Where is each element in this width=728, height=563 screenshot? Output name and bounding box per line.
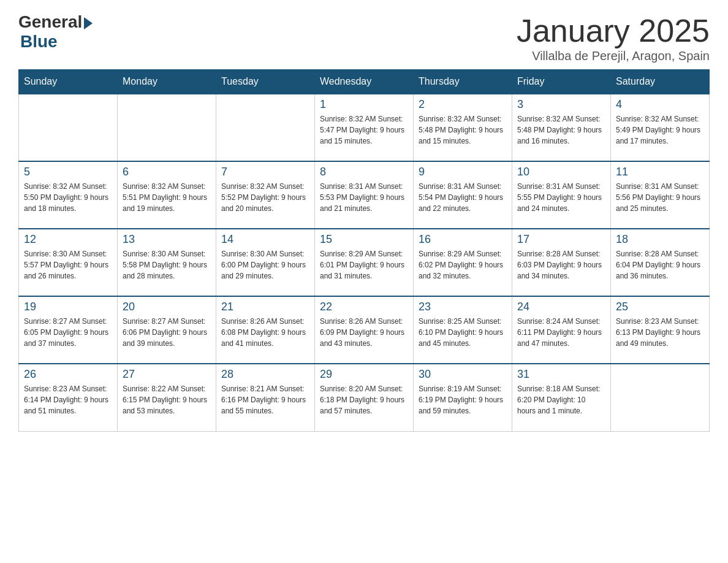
calendar-cell (611, 364, 710, 431)
day-info: Sunrise: 8:32 AM Sunset: 5:51 PM Dayligh… (123, 181, 211, 214)
day-number: 10 (517, 166, 605, 178)
day-info: Sunrise: 8:31 AM Sunset: 5:56 PM Dayligh… (616, 181, 704, 214)
week-row-4: 19Sunrise: 8:27 AM Sunset: 6:05 PM Dayli… (19, 296, 710, 364)
day-number: 15 (320, 233, 408, 246)
day-info: Sunrise: 8:21 AM Sunset: 6:16 PM Dayligh… (221, 383, 309, 416)
day-number: 24 (517, 301, 605, 313)
week-row-1: 1Sunrise: 8:32 AM Sunset: 5:47 PM Daylig… (19, 94, 710, 161)
logo-arrow-icon (84, 17, 93, 29)
day-info: Sunrise: 8:18 AM Sunset: 6:20 PM Dayligh… (517, 383, 605, 416)
calendar-cell: 13Sunrise: 8:30 AM Sunset: 5:58 PM Dayli… (118, 229, 216, 296)
calendar-cell: 20Sunrise: 8:27 AM Sunset: 6:06 PM Dayli… (118, 296, 216, 364)
day-number: 2 (419, 98, 507, 111)
day-info: Sunrise: 8:32 AM Sunset: 5:49 PM Dayligh… (616, 113, 704, 147)
day-number: 19 (24, 301, 112, 313)
day-number: 31 (517, 368, 605, 381)
day-info: Sunrise: 8:23 AM Sunset: 6:14 PM Dayligh… (24, 383, 112, 416)
week-row-2: 5Sunrise: 8:32 AM Sunset: 5:50 PM Daylig… (19, 161, 710, 229)
calendar-cell: 19Sunrise: 8:27 AM Sunset: 6:05 PM Dayli… (19, 296, 118, 364)
day-info: Sunrise: 8:30 AM Sunset: 5:58 PM Dayligh… (123, 248, 211, 282)
day-info: Sunrise: 8:23 AM Sunset: 6:13 PM Dayligh… (616, 316, 704, 349)
calendar-cell: 29Sunrise: 8:20 AM Sunset: 6:18 PM Dayli… (315, 364, 414, 431)
day-number: 29 (320, 368, 408, 381)
title-section: January 2025 Villalba de Perejil, Aragon… (517, 12, 710, 63)
calendar-cell: 21Sunrise: 8:26 AM Sunset: 6:08 PM Dayli… (216, 296, 315, 364)
calendar-cell (19, 94, 118, 161)
day-info: Sunrise: 8:32 AM Sunset: 5:48 PM Dayligh… (419, 113, 507, 147)
calendar-table: SundayMondayTuesdayWednesdayThursdayFrid… (18, 69, 710, 432)
day-info: Sunrise: 8:27 AM Sunset: 6:06 PM Dayligh… (123, 316, 211, 349)
calendar-cell: 22Sunrise: 8:26 AM Sunset: 6:09 PM Dayli… (315, 296, 414, 364)
calendar-cell: 26Sunrise: 8:23 AM Sunset: 6:14 PM Dayli… (19, 364, 118, 431)
day-number: 6 (123, 166, 211, 178)
day-number: 22 (320, 301, 408, 313)
day-number: 3 (517, 98, 605, 111)
weekday-header-monday: Monday (118, 70, 216, 94)
day-info: Sunrise: 8:30 AM Sunset: 6:00 PM Dayligh… (221, 248, 309, 282)
day-number: 28 (221, 368, 309, 381)
day-number: 8 (320, 166, 408, 178)
logo-blue-text: Blue (20, 32, 58, 52)
calendar-cell: 16Sunrise: 8:29 AM Sunset: 6:02 PM Dayli… (414, 229, 512, 296)
day-info: Sunrise: 8:32 AM Sunset: 5:50 PM Dayligh… (24, 181, 112, 214)
day-number: 5 (24, 166, 112, 178)
day-info: Sunrise: 8:31 AM Sunset: 5:55 PM Dayligh… (517, 181, 605, 214)
page-header: General Blue January 2025 Villalba de Pe… (18, 12, 710, 63)
day-info: Sunrise: 8:32 AM Sunset: 5:48 PM Dayligh… (517, 113, 605, 147)
week-row-5: 26Sunrise: 8:23 AM Sunset: 6:14 PM Dayli… (19, 364, 710, 431)
day-number: 23 (419, 301, 507, 313)
calendar-cell: 2Sunrise: 8:32 AM Sunset: 5:48 PM Daylig… (414, 94, 512, 161)
day-info: Sunrise: 8:29 AM Sunset: 6:02 PM Dayligh… (419, 248, 507, 282)
day-number: 11 (616, 166, 704, 178)
day-number: 21 (221, 301, 309, 313)
calendar-cell (118, 94, 216, 161)
calendar-cell: 15Sunrise: 8:29 AM Sunset: 6:01 PM Dayli… (315, 229, 414, 296)
calendar-cell: 23Sunrise: 8:25 AM Sunset: 6:10 PM Dayli… (414, 296, 512, 364)
day-info: Sunrise: 8:31 AM Sunset: 5:53 PM Dayligh… (320, 181, 408, 214)
day-number: 27 (123, 368, 211, 381)
calendar-cell: 7Sunrise: 8:32 AM Sunset: 5:52 PM Daylig… (216, 161, 315, 229)
day-info: Sunrise: 8:28 AM Sunset: 6:04 PM Dayligh… (616, 248, 704, 282)
month-title: January 2025 (517, 12, 710, 49)
calendar-cell: 11Sunrise: 8:31 AM Sunset: 5:56 PM Dayli… (611, 161, 710, 229)
calendar-cell: 28Sunrise: 8:21 AM Sunset: 6:16 PM Dayli… (216, 364, 315, 431)
day-number: 18 (616, 233, 704, 246)
week-row-3: 12Sunrise: 8:30 AM Sunset: 5:57 PM Dayli… (19, 229, 710, 296)
calendar-cell: 25Sunrise: 8:23 AM Sunset: 6:13 PM Dayli… (611, 296, 710, 364)
weekday-header-saturday: Saturday (611, 70, 710, 94)
location-text: Villalba de Perejil, Aragon, Spain (517, 49, 710, 63)
calendar-cell: 27Sunrise: 8:22 AM Sunset: 6:15 PM Dayli… (118, 364, 216, 431)
weekday-header-thursday: Thursday (414, 70, 512, 94)
day-number: 13 (123, 233, 211, 246)
weekday-header-row: SundayMondayTuesdayWednesdayThursdayFrid… (19, 70, 710, 94)
day-info: Sunrise: 8:19 AM Sunset: 6:19 PM Dayligh… (419, 383, 507, 416)
day-number: 30 (419, 368, 507, 381)
logo-text: General (18, 12, 93, 32)
calendar-cell: 9Sunrise: 8:31 AM Sunset: 5:54 PM Daylig… (414, 161, 512, 229)
day-info: Sunrise: 8:30 AM Sunset: 5:57 PM Dayligh… (24, 248, 112, 282)
calendar-cell (216, 94, 315, 161)
day-info: Sunrise: 8:29 AM Sunset: 6:01 PM Dayligh… (320, 248, 408, 282)
calendar-cell: 17Sunrise: 8:28 AM Sunset: 6:03 PM Dayli… (512, 229, 611, 296)
calendar-cell: 8Sunrise: 8:31 AM Sunset: 5:53 PM Daylig… (315, 161, 414, 229)
weekday-header-friday: Friday (512, 70, 611, 94)
calendar-cell: 10Sunrise: 8:31 AM Sunset: 5:55 PM Dayli… (512, 161, 611, 229)
calendar-cell: 18Sunrise: 8:28 AM Sunset: 6:04 PM Dayli… (611, 229, 710, 296)
day-number: 25 (616, 301, 704, 313)
day-number: 4 (616, 98, 704, 111)
day-info: Sunrise: 8:31 AM Sunset: 5:54 PM Dayligh… (419, 181, 507, 214)
weekday-header-sunday: Sunday (19, 70, 118, 94)
day-number: 9 (419, 166, 507, 178)
day-info: Sunrise: 8:32 AM Sunset: 5:52 PM Dayligh… (221, 181, 309, 214)
calendar-cell: 31Sunrise: 8:18 AM Sunset: 6:20 PM Dayli… (512, 364, 611, 431)
calendar-cell: 30Sunrise: 8:19 AM Sunset: 6:19 PM Dayli… (414, 364, 512, 431)
day-number: 14 (221, 233, 309, 246)
calendar-cell: 1Sunrise: 8:32 AM Sunset: 5:47 PM Daylig… (315, 94, 414, 161)
day-number: 17 (517, 233, 605, 246)
day-info: Sunrise: 8:26 AM Sunset: 6:08 PM Dayligh… (221, 316, 309, 349)
calendar-cell: 4Sunrise: 8:32 AM Sunset: 5:49 PM Daylig… (611, 94, 710, 161)
day-info: Sunrise: 8:24 AM Sunset: 6:11 PM Dayligh… (517, 316, 605, 349)
day-number: 7 (221, 166, 309, 178)
day-number: 26 (24, 368, 112, 381)
calendar-cell: 24Sunrise: 8:24 AM Sunset: 6:11 PM Dayli… (512, 296, 611, 364)
